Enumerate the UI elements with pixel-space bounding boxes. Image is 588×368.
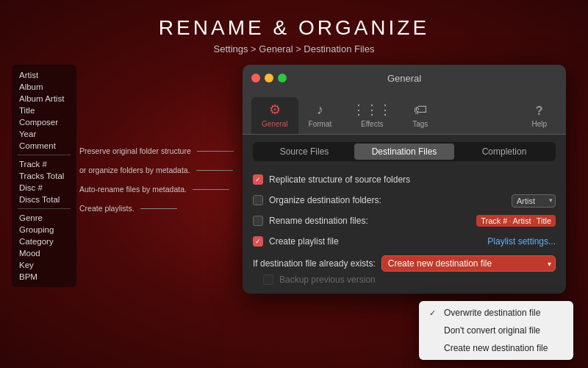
sidebar-item-comment[interactable]: Comment <box>12 140 76 152</box>
destination-select[interactable]: Create new destination file Overwrite de… <box>381 255 556 272</box>
token-artist: Artist <box>513 216 531 225</box>
tags-icon: 🏷 <box>414 102 427 118</box>
minimize-button[interactable] <box>265 74 273 82</box>
toolbar-general-label: General <box>262 120 288 128</box>
organize-select[interactable]: Artist Album Genre <box>512 194 556 208</box>
replicate-row: Replicate structure of source folders <box>253 170 556 189</box>
sidebar-item-grouping[interactable]: Grouping <box>12 224 76 236</box>
organize-row: Organize destination folders: Artist Alb… <box>253 191 556 210</box>
segment-tabs: Source Files Destination Files Completio… <box>253 142 556 161</box>
replicate-label: Replicate structure of source folders <box>269 174 556 185</box>
sidebar-item-discs-total[interactable]: Discs Total <box>12 194 76 205</box>
rename-row: Rename destination files: Track # · Arti… <box>253 211 556 230</box>
tab-destination-files[interactable]: Destination Files <box>354 144 454 160</box>
backup-checkbox[interactable] <box>263 275 273 285</box>
toolbar-effects[interactable]: ⋮⋮⋮ Effects <box>342 97 402 134</box>
organize-checkbox[interactable] <box>253 195 263 205</box>
toolbar-format-label: Format <box>309 120 332 128</box>
rename-checkbox[interactable] <box>253 216 263 226</box>
sidebar-item-artist[interactable]: Artist <box>12 69 76 81</box>
tab-completion[interactable]: Completion <box>454 144 554 160</box>
dropdown-popup: ✓ Overwrite destination file Don't conve… <box>419 301 573 360</box>
toolbar-effects-label: Effects <box>361 120 383 128</box>
playlist-checkbox[interactable] <box>253 236 263 247</box>
dropdown-item-dont-convert[interactable]: Don't convert original file <box>419 322 573 339</box>
organize-label: Organize destination folders: <box>269 195 512 205</box>
effects-icon: ⋮⋮⋮ <box>352 102 392 118</box>
header: RENAME & ORGANIZE Settings > General > D… <box>0 0 588 54</box>
traffic-lights <box>251 74 287 82</box>
token-title: Title <box>537 216 551 225</box>
breadcrumb: Settings > General > Destination Files <box>0 43 588 54</box>
sidebar-item-album[interactable]: Album <box>12 81 76 93</box>
main-window: General ⚙ General ♪ Format ⋮⋮⋮ Effects 🏷… <box>243 65 566 294</box>
content-area: Replicate structure of source folders Or… <box>243 167 566 294</box>
sidebar-divider-1 <box>18 155 71 155</box>
dropdown-item-dont-convert-label: Don't convert original file <box>444 325 540 336</box>
sidebar-item-album-artist[interactable]: Album Artist <box>12 93 76 105</box>
toolbar: ⚙ General ♪ Format ⋮⋮⋮ Effects 🏷 Tags ? … <box>243 91 566 135</box>
close-button[interactable] <box>251 74 260 82</box>
sidebar-item-genre[interactable]: Genre <box>12 212 76 224</box>
sidebar-item-category[interactable]: Category <box>12 236 76 247</box>
token-track: Track # <box>481 216 507 225</box>
dropdown-item-overwrite-label: Overwrite destination file <box>444 308 540 318</box>
sidebar-item-tracks-total[interactable]: Tracks Total <box>12 170 76 182</box>
toolbar-tags[interactable]: 🏷 Tags <box>402 98 438 134</box>
sidebar-item-title[interactable]: Title <box>12 105 76 116</box>
sidebar-item-disc-num[interactable]: Disc # <box>12 182 76 194</box>
sidebar-divider-2 <box>18 208 71 209</box>
dropdown-item-create-new[interactable]: Create new destination file <box>419 339 573 357</box>
destination-select-wrapper: Create new destination file Overwrite de… <box>381 255 556 272</box>
replicate-checkbox[interactable] <box>253 174 263 185</box>
playlist-label: Create playlist file <box>269 236 483 247</box>
sidebar-item-composer[interactable]: Composer <box>12 116 76 128</box>
destination-exists-row: If destination file already exists: Crea… <box>253 255 556 272</box>
sidebar-item-key[interactable]: Key <box>12 259 76 271</box>
playlist-settings-link[interactable]: Playlist settings... <box>487 236 556 247</box>
playlist-row: Create playlist file Playlist settings..… <box>253 232 556 251</box>
sidebar: Artist Album Album Artist Title Composer… <box>12 65 76 287</box>
empty-check-icon <box>429 326 440 335</box>
maximize-button[interactable] <box>278 74 287 82</box>
empty-check-icon-2 <box>429 344 440 353</box>
destination-exists-label: If destination file already exists: <box>253 258 376 269</box>
toolbar-help-label: Help <box>531 120 547 128</box>
rename-label: Rename destination files: <box>269 216 476 226</box>
toolbar-tags-label: Tags <box>412 120 428 128</box>
help-icon: ? <box>536 105 543 118</box>
music-icon: ♪ <box>317 102 323 118</box>
titlebar: General <box>243 65 566 91</box>
checkmark-icon: ✓ <box>429 308 440 318</box>
sidebar-item-mood[interactable]: Mood <box>12 247 76 259</box>
dropdown-item-overwrite[interactable]: ✓ Overwrite destination file <box>419 304 573 322</box>
toolbar-help[interactable]: ? Help <box>521 100 557 134</box>
sidebar-item-bpm[interactable]: BPM <box>12 271 76 283</box>
backup-label: Backup previous version <box>279 275 376 285</box>
tab-source-files[interactable]: Source Files <box>254 144 354 160</box>
organize-select-wrapper: Artist Album Genre ▾ <box>512 194 556 208</box>
gear-icon: ⚙ <box>269 102 281 118</box>
page-title: RENAME & ORGANIZE <box>0 16 588 40</box>
dropdown-item-create-new-label: Create new destination file <box>444 343 548 353</box>
toolbar-format[interactable]: ♪ Format <box>298 98 343 134</box>
sidebar-item-year[interactable]: Year <box>12 128 76 140</box>
window-title: General <box>387 73 421 84</box>
backup-row: Backup previous version <box>263 275 556 285</box>
rename-token-bar[interactable]: Track # · Artist · Title <box>476 215 556 227</box>
sidebar-item-track-num[interactable]: Track # <box>12 158 76 170</box>
toolbar-general[interactable]: ⚙ General <box>251 97 298 134</box>
